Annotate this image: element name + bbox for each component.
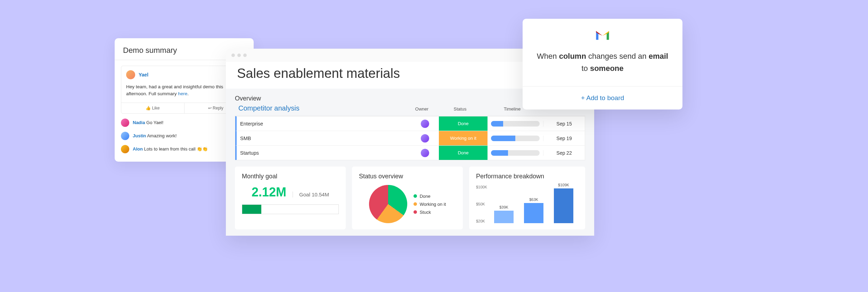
legend-item: Stuck [413, 210, 446, 215]
group-title[interactable]: Competitor analysis [238, 104, 408, 112]
avatar [121, 145, 129, 153]
timeline-cell[interactable] [488, 150, 543, 156]
date-cell: Sep 15 [543, 121, 585, 127]
goal-progress-bar [242, 204, 339, 214]
automation-card: When column changes send an email to som… [523, 19, 682, 110]
table-row[interactable]: SMB Working on it Sep 19 [235, 131, 585, 145]
automation-recipe-text: When column changes send an email to som… [535, 50, 670, 74]
table-row[interactable]: Startups Done Sep 22 [235, 145, 585, 160]
bar-column: $63K [524, 197, 543, 223]
avatar [421, 134, 429, 143]
item-name: SMB [237, 136, 411, 141]
timeline-cell[interactable] [488, 136, 543, 141]
add-to-board-button[interactable]: + Add to board [523, 86, 682, 110]
status-pie-chart [369, 185, 407, 223]
goal-value: 2.12M [252, 185, 286, 200]
post-link[interactable]: here [178, 91, 187, 96]
bar-column: $39K [494, 205, 514, 223]
goal-progress-fill [242, 205, 261, 214]
comment-author[interactable]: Nadia [133, 120, 145, 125]
like-button[interactable]: 👍 Like [121, 103, 185, 113]
comment-author[interactable]: Alon [133, 146, 143, 152]
status-legend: DoneWorking on itStuck [413, 194, 446, 215]
avatar [121, 132, 129, 140]
post-author[interactable]: Yael [139, 72, 148, 78]
status-overview-widget: Status overview DoneWorking on itStuck [352, 167, 463, 229]
owner-cell[interactable] [411, 120, 439, 128]
items-table: Enterprise Done Sep 15 SMB Working on it… [235, 116, 585, 160]
performance-widget: Performance breakdown $100K$50K$20K $39K… [469, 167, 585, 229]
status-cell[interactable]: Working on it [439, 131, 488, 145]
performance-bar-chart: $100K$50K$20K $39K$63K$109K [476, 185, 578, 223]
legend-item: Done [413, 194, 446, 199]
item-name: Startups [237, 150, 411, 156]
goal-target: Goal 10.54M [293, 192, 329, 197]
date-cell: Sep 22 [543, 150, 585, 156]
legend-item: Working on it [413, 202, 446, 207]
avatar [126, 70, 135, 79]
gmail-icon [595, 29, 610, 41]
item-name: Enterprise [237, 121, 411, 127]
bar-column: $109K [554, 183, 573, 223]
avatar [121, 119, 129, 127]
avatar [421, 149, 429, 157]
status-cell[interactable]: Done [439, 116, 488, 131]
monthly-goal-widget: Monthly goal 2.12M Goal 10.54M [235, 167, 346, 229]
y-axis: $100K$50K$20K [476, 185, 487, 223]
date-cell: Sep 19 [543, 136, 585, 141]
timeline-cell[interactable] [488, 121, 543, 127]
owner-cell[interactable] [411, 149, 439, 157]
comment-author[interactable]: Justin [133, 133, 146, 138]
status-cell[interactable]: Done [439, 146, 488, 160]
avatar [421, 120, 429, 128]
table-row[interactable]: Enterprise Done Sep 15 [235, 116, 585, 131]
owner-cell[interactable] [411, 134, 439, 143]
